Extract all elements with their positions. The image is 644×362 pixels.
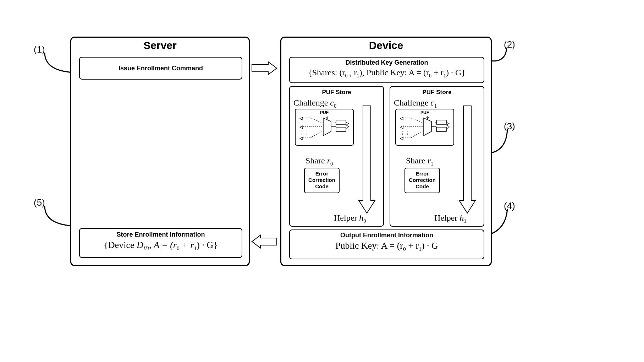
down-arrow-0 bbox=[358, 104, 376, 215]
issue-enrollment-command-box: Issue Enrollment Command bbox=[79, 57, 242, 80]
svg-line-16 bbox=[411, 118, 423, 123]
dkg-formula: {Shares: (r0 , r1), Public Key: A = (r0 … bbox=[290, 68, 484, 79]
helper-0-label: Helper h0 bbox=[334, 213, 366, 224]
puf-1-inner-box: PUF bbox=[395, 109, 454, 146]
down-arrow-1 bbox=[458, 104, 476, 215]
dkg-title: Distributed Key Generation bbox=[290, 59, 484, 66]
issue-enrollment-command-label: Issue Enrollment Command bbox=[80, 65, 242, 72]
device-box: Device Distributed Key Generation {Share… bbox=[280, 37, 492, 266]
ecc-0-box: ErrorCorrectionCode bbox=[304, 168, 340, 193]
challenge-1-label: Challenge c1 bbox=[394, 98, 437, 109]
store-enrollment-formula: {Device DID, A = (r0 + r1) · G} bbox=[80, 240, 242, 252]
store-enrollment-title: Store Enrollment Information bbox=[80, 231, 242, 238]
puf-0-schematic-icon bbox=[298, 116, 351, 143]
svg-line-3 bbox=[310, 118, 323, 123]
callout-curve-3 bbox=[490, 128, 512, 156]
puf-store-0-title: PUF Store bbox=[290, 89, 383, 96]
device-title: Device bbox=[281, 39, 491, 52]
store-enrollment-info-box: Store Enrollment Information {Device DID… bbox=[79, 228, 242, 258]
arrow-server-to-device bbox=[251, 61, 278, 75]
challenge-0-label: Challenge c0 bbox=[293, 98, 336, 109]
share-0-label: Share r0 bbox=[306, 156, 333, 167]
distributed-key-gen-box: Distributed Key Generation {Shares: (r0 … bbox=[289, 57, 484, 83]
server-title: Server bbox=[71, 39, 249, 52]
puf-store-1-box: PUF Store Challenge c1 PUF bbox=[390, 86, 484, 227]
ecc-1-box: ErrorCorrectionCode bbox=[404, 168, 440, 193]
puf-1-schematic-icon bbox=[398, 116, 451, 143]
arrow-device-to-server bbox=[251, 234, 278, 249]
output-enrollment-title: Output Enrollment Information bbox=[290, 232, 484, 239]
server-box: Server Issue Enrollment Command Store En… bbox=[70, 37, 250, 266]
svg-rect-21 bbox=[436, 120, 446, 124]
puf-store-1-title: PUF Store bbox=[390, 89, 484, 96]
output-enrollment-box: Output Enrollment Information Public Key… bbox=[289, 229, 484, 259]
puf-0-label: PUF bbox=[296, 110, 353, 115]
output-formula: Public Key: A = (r0 + r1) · G bbox=[290, 241, 484, 252]
svg-rect-22 bbox=[436, 127, 446, 131]
puf-1-label: PUF bbox=[396, 110, 453, 115]
svg-rect-8 bbox=[336, 120, 346, 124]
puf-store-0-box: PUF Store Challenge c0 PUF bbox=[289, 86, 384, 227]
puf-0-inner-box: PUF bbox=[295, 109, 354, 146]
share-1-label: Share r1 bbox=[406, 156, 433, 167]
svg-line-18 bbox=[411, 131, 423, 138]
svg-rect-9 bbox=[336, 127, 346, 131]
svg-line-5 bbox=[310, 131, 323, 138]
helper-1-label: Helper h1 bbox=[434, 213, 467, 224]
